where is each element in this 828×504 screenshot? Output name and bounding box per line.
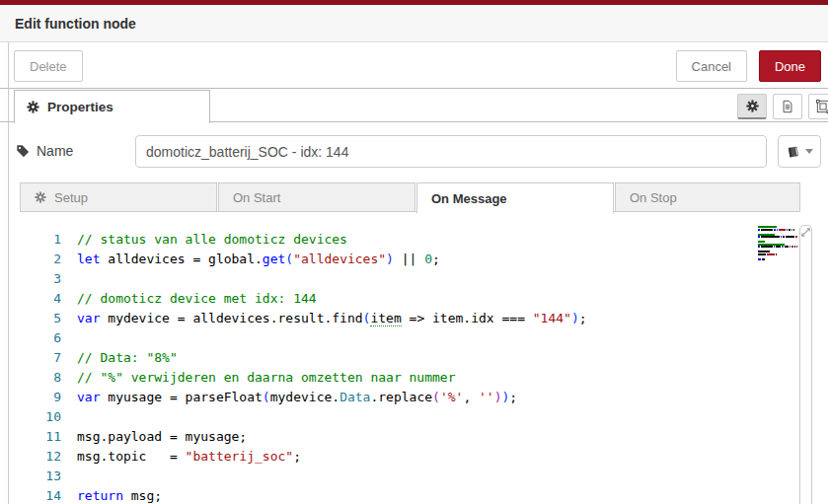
tab-setup[interactable]: Setup bbox=[20, 182, 217, 212]
chevron-down-icon bbox=[805, 149, 813, 154]
code-line: 10 bbox=[14, 407, 828, 427]
expand-editor-button[interactable] bbox=[799, 227, 812, 245]
tab-properties[interactable]: Properties bbox=[14, 90, 210, 123]
code-line: 14return msg; bbox=[14, 486, 828, 504]
gear-icon bbox=[746, 100, 759, 112]
code-line: 6 bbox=[14, 328, 828, 348]
dialog-header: Edit function node bbox=[0, 5, 828, 42]
done-button[interactable]: Done bbox=[759, 50, 821, 82]
name-field-label: Name bbox=[16, 143, 73, 159]
properties-tab-row: Properties bbox=[0, 90, 828, 122]
object-group-icon bbox=[816, 100, 828, 113]
name-input[interactable] bbox=[135, 135, 767, 168]
tab-properties-label: Properties bbox=[47, 100, 113, 114]
code-line: 4// domoticz device met idx: 144 bbox=[14, 289, 828, 309]
expand-arrow-icon bbox=[800, 227, 811, 238]
dialog-toolbar: Delete Cancel Done bbox=[0, 42, 828, 89]
code-line: 12msg.topic = "batterij_soc"; bbox=[14, 447, 828, 467]
tab-on-start[interactable]: On Start bbox=[218, 182, 415, 212]
editor-minimap[interactable] bbox=[758, 226, 797, 265]
name-label-text: Name bbox=[37, 143, 73, 159]
code-line: 5var mydevice = alldevices.result.find(i… bbox=[14, 309, 828, 328]
code-line: 13 bbox=[14, 467, 828, 486]
code-line: 11msg.payload = myusage; bbox=[14, 427, 828, 447]
tag-icon bbox=[16, 144, 30, 158]
editor-scrollbar[interactable] bbox=[799, 225, 812, 504]
tab-on-stop-label: On Stop bbox=[630, 190, 677, 205]
code-line: 1// status van alle domoticz devices bbox=[14, 230, 828, 250]
code-line: 3 bbox=[14, 269, 828, 289]
documentation-button[interactable] bbox=[773, 94, 802, 119]
object-group-button[interactable] bbox=[808, 94, 828, 119]
delete-button[interactable]: Delete bbox=[14, 50, 83, 82]
gear-icon bbox=[35, 191, 46, 203]
tab-on-message[interactable]: On Message bbox=[416, 182, 614, 214]
code-lines: 1// status van alle domoticz devices2let… bbox=[14, 225, 828, 504]
book-icon bbox=[787, 145, 800, 159]
dialog-title: Edit function node bbox=[15, 16, 136, 32]
code-editor[interactable]: 1// status van alle domoticz devices2let… bbox=[14, 225, 828, 504]
editor-toolbar-buttons bbox=[737, 94, 828, 119]
function-tab-bar: Setup On Start On Message On Stop bbox=[20, 182, 800, 212]
document-icon bbox=[781, 100, 794, 113]
gear-icon bbox=[27, 101, 39, 113]
settings-gear-button[interactable] bbox=[737, 94, 767, 119]
label-lookup-button[interactable] bbox=[778, 135, 821, 168]
tab-on-stop[interactable]: On Stop bbox=[615, 182, 800, 212]
tab-setup-label: Setup bbox=[54, 190, 88, 205]
code-line: 7// Data: "8%" bbox=[14, 348, 828, 368]
tab-on-message-label: On Message bbox=[431, 191, 507, 206]
tab-on-start-label: On Start bbox=[233, 190, 280, 205]
code-line: 2let alldevices = global.get("alldevices… bbox=[14, 250, 828, 269]
code-line: 8// "%" verwijderen en daarna omzetten n… bbox=[14, 368, 828, 388]
code-line: 9var myusage = parseFloat(mydevice.Data.… bbox=[14, 388, 828, 407]
cancel-button[interactable]: Cancel bbox=[676, 50, 747, 82]
